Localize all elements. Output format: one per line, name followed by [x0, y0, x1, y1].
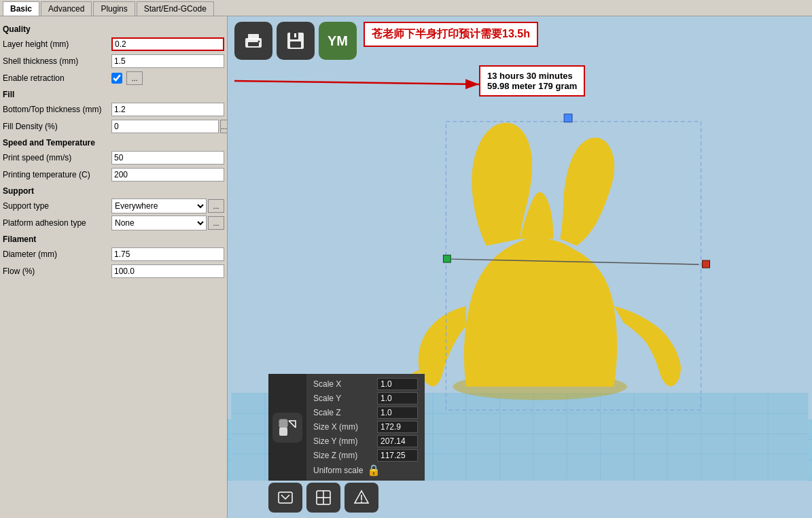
svg-rect-41 [279, 492, 292, 503]
right-panel: YM 苍老师下半身打印预计需要13.5h 13 hours 30 minutes… [228, 16, 812, 518]
fill-density-label: Fill Density (%) [3, 122, 111, 131]
flow-row: Flow (%) [3, 264, 224, 279]
enable-retraction-dots-button[interactable]: ... [126, 71, 143, 85]
diameter-row: Diameter (mm) [3, 247, 224, 262]
svg-point-47 [361, 502, 362, 503]
support-type-label: Support type [3, 201, 111, 211]
settings-icon-button[interactable] [234, 22, 272, 60]
print-time: 13 hours 30 minutes [487, 71, 577, 81]
svg-rect-7 [294, 33, 296, 37]
size-z-row: Size Z (mm) [313, 449, 418, 462]
bottom-toolbar [268, 483, 378, 513]
svg-rect-34 [564, 114, 572, 122]
platform-adhesion-label: Platform adhesion type [3, 218, 111, 228]
enable-retraction-row: Enable retraction ... [3, 71, 224, 86]
uniform-scale-label: Uniform scale [313, 466, 363, 475]
scale-z-label: Scale Z [313, 408, 374, 417]
uniform-scale-row: Uniform scale 🔒 [313, 464, 418, 477]
platform-adhesion-wrap: None Brim Raft ... [111, 215, 224, 230]
bottom-top-label: Bottom/Top thickness (mm) [3, 105, 111, 114]
platform-adhesion-select[interactable]: None Brim Raft [111, 215, 207, 230]
size-z-label: Size Z (mm) [313, 451, 374, 460]
bottom-top-row: Bottom/Top thickness (mm) [3, 102, 224, 117]
scale-data-panel: Scale X Scale Y Scale Z Size X (mm) Size… [306, 374, 425, 481]
bottom-top-input[interactable] [111, 103, 224, 116]
size-y-input[interactable] [377, 435, 418, 447]
scale-tool-button[interactable] [272, 413, 302, 443]
bottom-tool-3-button[interactable] [345, 483, 378, 513]
svg-rect-6 [290, 41, 301, 48]
svg-line-40 [289, 421, 296, 428]
print-speed-input[interactable] [111, 151, 224, 165]
svg-line-9 [234, 81, 479, 84]
svg-rect-39 [279, 419, 287, 428]
enable-retraction-checkbox[interactable] [111, 73, 122, 84]
layer-height-input[interactable] [111, 37, 224, 51]
info-box: 苍老师下半身打印预计需要13.5h [364, 22, 538, 47]
svg-rect-35 [703, 260, 710, 268]
support-type-dots-button[interactable]: ... [208, 199, 224, 213]
svg-rect-1 [248, 34, 259, 39]
platform-adhesion-dots-button[interactable]: ... [208, 216, 224, 230]
print-temp-row: Printing temperature (C) [3, 167, 224, 182]
scale-z-input[interactable] [377, 407, 418, 419]
quality-section-title: Quality [3, 24, 224, 34]
size-x-row: Size X (mm) [313, 421, 418, 433]
flow-label: Flow (%) [3, 266, 111, 276]
scale-x-row: Scale X [313, 378, 418, 390]
scale-z-row: Scale Z [313, 407, 418, 419]
fill-density-input[interactable] [111, 120, 219, 133]
print-temp-input[interactable] [111, 168, 224, 182]
size-z-input[interactable] [377, 449, 418, 462]
scale-y-label: Scale Y [313, 394, 374, 403]
support-type-select[interactable]: Everywhere Touching buildplate None [111, 198, 207, 213]
diameter-label: Diameter (mm) [3, 249, 111, 259]
tab-plugins[interactable]: Plugins [93, 1, 135, 16]
tabs-bar: Basic Advanced Plugins Start/End-GCode [0, 0, 812, 16]
size-x-input[interactable] [377, 421, 418, 433]
shell-thickness-row: Shell thickness (mm) [3, 54, 224, 69]
print-info-box: 13 hours 30 minutes 59.98 meter 179 gram [479, 65, 585, 97]
bottom-tool-2-button[interactable] [306, 483, 340, 513]
scale-panel: Scale X Scale Y Scale Z Size X (mm) Size… [268, 374, 425, 481]
speed-section-title: Speed and Temperature [3, 138, 224, 148]
print-speed-label: Print speed (mm/s) [3, 153, 111, 162]
toolbar: YM [234, 22, 357, 60]
svg-rect-36 [443, 255, 451, 262]
uniform-scale-lock-icon[interactable]: 🔒 [367, 464, 381, 477]
scale-y-row: Scale Y [313, 392, 418, 404]
print-speed-row: Print speed (mm/s) [3, 150, 224, 165]
fill-density-row: Fill Density (%) ... [3, 119, 224, 134]
save-icon-button[interactable] [277, 22, 315, 60]
scale-x-input[interactable] [377, 378, 418, 390]
size-x-label: Size X (mm) [313, 422, 374, 432]
diameter-input[interactable] [111, 247, 224, 261]
svg-rect-2 [248, 42, 259, 46]
scale-y-input[interactable] [377, 392, 418, 404]
size-y-row: Size Y (mm) [313, 435, 418, 447]
main-area: Quality Layer height (mm) Shell thicknes… [0, 16, 812, 518]
chinese-text: 苍老师下半身打印预计需要13.5h [372, 27, 530, 41]
ym-icon-button[interactable]: YM [319, 22, 357, 60]
scale-icon-column [268, 374, 306, 481]
layer-height-label: Layer height (mm) [3, 39, 111, 49]
layer-height-row: Layer height (mm) [3, 37, 224, 52]
support-type-row: Support type Everywhere Touching buildpl… [3, 198, 224, 213]
print-temp-label: Printing temperature (C) [3, 170, 111, 179]
fill-density-dots-button[interactable]: ... [220, 120, 228, 133]
shell-thickness-input[interactable] [111, 54, 224, 68]
svg-rect-38 [279, 428, 287, 436]
size-y-label: Size Y (mm) [313, 436, 374, 446]
bottom-tool-1-button[interactable] [268, 483, 302, 513]
tab-start-end-gcode[interactable]: Start/End-GCode [137, 1, 214, 16]
support-section-title: Support [3, 186, 224, 196]
support-type-wrap: Everywhere Touching buildplate None ... [111, 198, 224, 213]
filament-section-title: Filament [3, 235, 224, 244]
svg-point-3 [258, 41, 260, 43]
flow-input[interactable] [111, 264, 224, 278]
platform-adhesion-row: Platform adhesion type None Brim Raft ..… [3, 215, 224, 230]
scale-x-label: Scale X [313, 379, 374, 389]
tab-advanced[interactable]: Advanced [41, 1, 92, 16]
enable-retraction-label: Enable retraction [3, 73, 111, 83]
tab-basic[interactable]: Basic [3, 1, 39, 16]
